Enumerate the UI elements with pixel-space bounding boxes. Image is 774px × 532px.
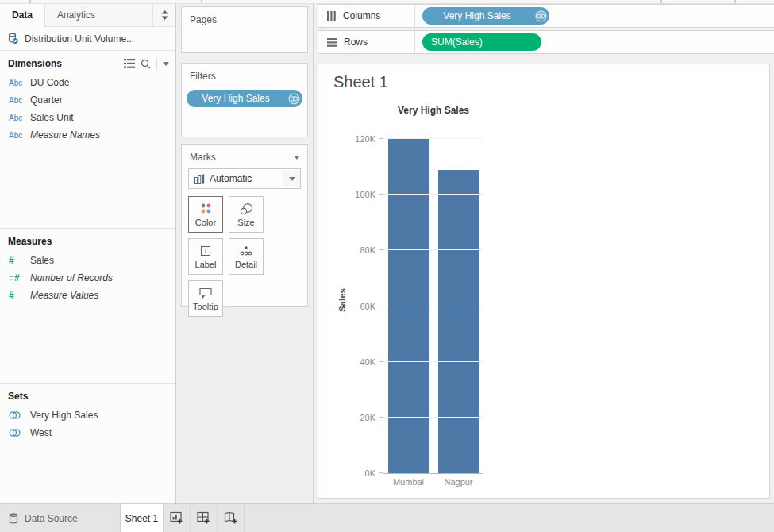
tab-data-source[interactable]: Data Source	[0, 504, 120, 532]
data-panel-tabs: Data Analytics	[0, 4, 175, 27]
worksheet-view: Sheet 1 Very High Sales Sales 0K20K40K60…	[318, 64, 770, 499]
new-dashboard-button[interactable]	[191, 504, 218, 532]
gridline	[383, 417, 483, 418]
set-west[interactable]: West	[0, 424, 175, 441]
filters-label: Filters	[182, 64, 307, 85]
toolbar-separator-tick	[734, 0, 736, 3]
color-button[interactable]: Color	[188, 196, 223, 233]
y-axis[interactable]: 0K20K40K60K80K100K120K	[318, 128, 383, 473]
svg-text:T: T	[203, 247, 208, 255]
bar-nagpur[interactable]	[438, 170, 479, 473]
field-number-of-records[interactable]: =# Number of Records	[0, 269, 175, 287]
venn-set-icon	[9, 411, 30, 420]
mark-type-dropdown[interactable]: Automatic	[188, 168, 301, 189]
gridline	[383, 306, 483, 306]
view-as-list-icon[interactable]	[124, 59, 135, 68]
shelf-panel: Pages Filters Very High Sales Marks	[177, 4, 314, 503]
detail-button[interactable]: Detail	[229, 238, 264, 275]
tab-analytics[interactable]: Analytics	[44, 4, 152, 26]
venn-set-icon	[9, 428, 30, 438]
search-icon[interactable]	[141, 59, 151, 69]
detail-dots-icon	[239, 245, 253, 257]
rows-shelf-label: Rows	[318, 31, 415, 53]
y-tick-label: 120K	[355, 134, 375, 144]
tab-sheet-1[interactable]: Sheet 1	[120, 504, 164, 532]
y-tick-label: 100K	[355, 190, 375, 199]
color-dots-icon	[199, 202, 213, 215]
database-icon	[7, 33, 19, 44]
label-button[interactable]: T Label	[188, 238, 223, 275]
pages-card[interactable]: Pages	[181, 6, 308, 53]
toolbar-separator-tick	[29, 0, 31, 3]
data-panel: Data Analytics Distribution Unit Volume.…	[0, 4, 176, 503]
abc-icon: Abc	[9, 79, 30, 87]
tableau-workbook-window: Data Analytics Distribution Unit Volume.…	[0, 0, 774, 532]
sheet-tab-bar: Data Source Sheet 1	[0, 503, 774, 532]
mark-type-value: Automatic	[210, 173, 283, 184]
dropdown-caret-button[interactable]	[283, 170, 300, 187]
venn-set-icon	[285, 93, 302, 105]
y-tick-label: 20K	[360, 413, 375, 422]
y-tick-label: 0K	[365, 468, 375, 478]
measures-section: Measures # Sales =# Number of Records # …	[0, 228, 175, 383]
field-du-code[interactable]: Abc DU Code	[0, 74, 175, 91]
field-measure-values[interactable]: # Measure Values	[0, 287, 175, 304]
new-worksheet-button[interactable]	[164, 504, 191, 532]
new-story-button[interactable]	[218, 504, 245, 532]
chevron-down-icon[interactable]	[163, 62, 169, 66]
panel-collapse-button[interactable]	[152, 4, 175, 26]
venn-set-icon	[532, 10, 549, 22]
new-worksheet-icon	[170, 511, 184, 525]
field-sales-unit[interactable]: Abc Sales Unit	[0, 109, 175, 126]
y-tick-label: 40K	[360, 357, 375, 367]
x-category-label[interactable]: Nagpur	[433, 477, 483, 487]
x-category-label[interactable]: Mumbai	[383, 477, 433, 487]
y-tick-label: 60K	[360, 302, 375, 311]
rows-shelf[interactable]: Rows SUM(Sales)	[318, 30, 774, 54]
filters-card[interactable]: Filters Very High Sales	[181, 63, 308, 137]
bar-band	[383, 128, 433, 473]
number-icon: #	[9, 290, 30, 301]
pages-label: Pages	[182, 7, 307, 29]
tooltip-bubble-icon	[198, 287, 213, 299]
column-header[interactable]: Very High Sales	[383, 105, 483, 116]
filter-pill-very-high-sales[interactable]: Very High Sales	[187, 90, 302, 107]
size-button[interactable]: Size	[229, 196, 264, 233]
size-circles-icon	[239, 202, 253, 215]
gridline	[383, 138, 483, 139]
toolbar-separator-tick	[201, 0, 202, 3]
sets-section: Sets Very High Sales West	[0, 383, 175, 503]
abc-icon: Abc	[9, 114, 30, 122]
number-icon: #	[9, 255, 30, 266]
abc-icon: Abc	[9, 131, 30, 140]
gridline	[383, 249, 483, 250]
field-sales[interactable]: # Sales	[0, 252, 175, 269]
toolbar-separator-tick	[660, 0, 662, 3]
text-label-icon: T	[199, 245, 212, 257]
measures-title: Measures	[8, 236, 52, 247]
field-measure-names[interactable]: Abc Measure Names	[0, 126, 175, 144]
y-tick-label: 80K	[360, 245, 375, 255]
gridline	[383, 361, 483, 362]
rows-icon	[327, 38, 337, 47]
chevron-down-icon[interactable]	[294, 156, 300, 160]
dimensions-title: Dimensions	[8, 58, 62, 69]
gridline	[383, 194, 483, 195]
rows-pill-sum-sales[interactable]: SUM(Sales)	[422, 33, 541, 51]
marks-card: Marks Automatic Color	[181, 144, 308, 307]
columns-pill-very-high-sales[interactable]: Very High Sales	[422, 7, 549, 25]
sheet-title: Sheet 1	[333, 73, 388, 91]
field-quarter[interactable]: Abc Quarter	[0, 91, 175, 109]
columns-shelf-label: Columns	[318, 5, 415, 27]
sort-updown-icon	[161, 10, 168, 20]
tab-data[interactable]: Data	[0, 4, 44, 27]
abc-icon: Abc	[9, 96, 30, 105]
equals-number-icon: =#	[9, 272, 30, 283]
marks-label: Marks	[190, 152, 216, 163]
set-very-high-sales[interactable]: Very High Sales	[0, 407, 175, 424]
bars-container	[383, 128, 483, 473]
datasource-item[interactable]: Distribution Unit Volume...	[0, 27, 175, 51]
tooltip-button[interactable]: Tooltip	[188, 280, 223, 317]
columns-shelf[interactable]: Columns Very High Sales	[318, 4, 774, 28]
x-axis-labels: MumbaiNagpur	[383, 477, 483, 487]
